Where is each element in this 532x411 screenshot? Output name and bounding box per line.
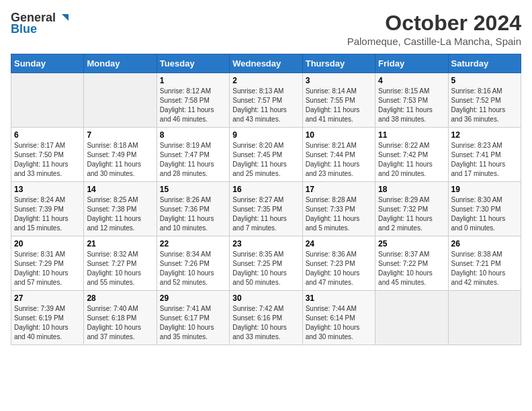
day-cell: 2Sunrise: 8:13 AM Sunset: 7:57 PM Daylig… [230, 73, 302, 128]
day-cell: 27Sunrise: 7:39 AM Sunset: 6:19 PM Dayli… [11, 291, 84, 345]
location-text: Palomeque, Castille-La Mancha, Spain [347, 36, 521, 47]
day-info: Sunrise: 8:26 AM Sunset: 7:36 PM Dayligh… [160, 195, 226, 233]
day-number: 31 [306, 293, 372, 303]
day-number: 7 [87, 130, 153, 140]
day-info: Sunrise: 8:23 AM Sunset: 7:41 PM Dayligh… [451, 141, 518, 179]
week-row-0: 1Sunrise: 8:12 AM Sunset: 7:58 PM Daylig… [11, 73, 521, 128]
day-info: Sunrise: 8:29 AM Sunset: 7:32 PM Dayligh… [378, 195, 445, 233]
day-number: 10 [306, 130, 372, 140]
day-cell: 4Sunrise: 8:15 AM Sunset: 7:53 PM Daylig… [375, 73, 448, 128]
day-cell: 11Sunrise: 8:22 AM Sunset: 7:42 PM Dayli… [375, 128, 448, 182]
day-cell: 25Sunrise: 8:37 AM Sunset: 7:22 PM Dayli… [375, 236, 448, 291]
header-cell-saturday: Saturday [448, 54, 521, 73]
day-cell: 28Sunrise: 7:40 AM Sunset: 6:18 PM Dayli… [84, 291, 157, 345]
day-info: Sunrise: 8:21 AM Sunset: 7:44 PM Dayligh… [306, 141, 372, 179]
month-title: October 2024 [347, 11, 521, 36]
day-info: Sunrise: 8:12 AM Sunset: 7:58 PM Dayligh… [160, 87, 226, 124]
day-cell [11, 73, 84, 128]
day-cell: 15Sunrise: 8:26 AM Sunset: 7:36 PM Dayli… [157, 182, 229, 236]
day-number: 19 [451, 185, 518, 194]
day-cell: 29Sunrise: 7:41 AM Sunset: 6:17 PM Dayli… [157, 291, 229, 345]
day-number: 14 [87, 185, 153, 194]
header-row: SundayMondayTuesdayWednesdayThursdayFrid… [11, 54, 521, 73]
week-row-4: 27Sunrise: 7:39 AM Sunset: 6:19 PM Dayli… [11, 291, 521, 345]
day-cell: 31Sunrise: 7:44 AM Sunset: 6:14 PM Dayli… [302, 291, 375, 345]
day-cell: 10Sunrise: 8:21 AM Sunset: 7:44 PM Dayli… [302, 128, 375, 182]
day-cell: 8Sunrise: 8:19 AM Sunset: 7:47 PM Daylig… [157, 128, 229, 182]
day-number: 3 [306, 76, 372, 85]
day-info: Sunrise: 8:19 AM Sunset: 7:47 PM Dayligh… [160, 141, 226, 179]
day-info: Sunrise: 8:18 AM Sunset: 7:49 PM Dayligh… [87, 141, 153, 179]
day-number: 30 [232, 293, 299, 303]
week-row-1: 6Sunrise: 8:17 AM Sunset: 7:50 PM Daylig… [11, 128, 521, 182]
day-info: Sunrise: 8:16 AM Sunset: 7:52 PM Dayligh… [451, 87, 518, 124]
day-number: 11 [378, 130, 445, 140]
day-number: 24 [306, 239, 372, 248]
day-number: 15 [160, 185, 226, 194]
day-info: Sunrise: 8:31 AM Sunset: 7:29 PM Dayligh… [14, 250, 81, 287]
day-number: 17 [306, 185, 372, 194]
day-info: Sunrise: 7:39 AM Sunset: 6:19 PM Dayligh… [14, 304, 81, 342]
day-cell [375, 291, 448, 345]
calendar-table: SundayMondayTuesdayWednesdayThursdayFrid… [11, 54, 521, 345]
day-number: 8 [160, 130, 226, 140]
week-row-2: 13Sunrise: 8:24 AM Sunset: 7:39 PM Dayli… [11, 182, 521, 236]
day-info: Sunrise: 7:44 AM Sunset: 6:14 PM Dayligh… [306, 304, 372, 342]
day-cell: 1Sunrise: 8:12 AM Sunset: 7:58 PM Daylig… [157, 73, 229, 128]
day-number: 27 [14, 293, 81, 303]
day-cell: 3Sunrise: 8:14 AM Sunset: 7:55 PM Daylig… [302, 73, 375, 128]
day-cell: 17Sunrise: 8:28 AM Sunset: 7:33 PM Dayli… [302, 182, 375, 236]
header-cell-wednesday: Wednesday [230, 54, 302, 73]
day-cell: 30Sunrise: 7:42 AM Sunset: 6:16 PM Dayli… [230, 291, 302, 345]
day-number: 23 [232, 239, 299, 248]
day-cell [84, 73, 157, 128]
day-info: Sunrise: 8:17 AM Sunset: 7:50 PM Dayligh… [14, 141, 81, 179]
day-info: Sunrise: 8:38 AM Sunset: 7:21 PM Dayligh… [451, 250, 518, 287]
day-info: Sunrise: 8:36 AM Sunset: 7:23 PM Dayligh… [306, 250, 372, 287]
header-cell-friday: Friday [375, 54, 448, 73]
day-number: 21 [87, 239, 153, 248]
day-cell: 14Sunrise: 8:25 AM Sunset: 7:38 PM Dayli… [84, 182, 157, 236]
day-cell: 16Sunrise: 8:27 AM Sunset: 7:35 PM Dayli… [230, 182, 302, 236]
day-cell: 18Sunrise: 8:29 AM Sunset: 7:32 PM Dayli… [375, 182, 448, 236]
logo-blue-text: Blue [11, 22, 37, 36]
day-cell: 24Sunrise: 8:36 AM Sunset: 7:23 PM Dayli… [302, 236, 375, 291]
calendar-body: 1Sunrise: 8:12 AM Sunset: 7:58 PM Daylig… [11, 73, 521, 345]
day-number: 2 [232, 76, 299, 85]
day-cell: 21Sunrise: 8:32 AM Sunset: 7:27 PM Dayli… [84, 236, 157, 291]
day-info: Sunrise: 8:27 AM Sunset: 7:35 PM Dayligh… [232, 195, 299, 233]
day-info: Sunrise: 7:42 AM Sunset: 6:16 PM Dayligh… [232, 304, 299, 342]
day-info: Sunrise: 8:32 AM Sunset: 7:27 PM Dayligh… [87, 250, 153, 287]
day-number: 22 [160, 239, 226, 248]
day-info: Sunrise: 8:14 AM Sunset: 7:55 PM Dayligh… [306, 87, 372, 124]
day-info: Sunrise: 8:34 AM Sunset: 7:26 PM Dayligh… [160, 250, 226, 287]
logo: General Blue [11, 11, 70, 36]
calendar-header: SundayMondayTuesdayWednesdayThursdayFrid… [11, 54, 521, 73]
logo-icon [56, 11, 70, 25]
day-number: 26 [451, 239, 518, 248]
day-number: 4 [378, 76, 445, 85]
day-number: 5 [451, 76, 518, 85]
title-block: October 2024 Palomeque, Castille-La Manc… [347, 11, 521, 47]
day-number: 6 [14, 130, 81, 140]
svg-marker-0 [62, 14, 69, 21]
day-info: Sunrise: 8:15 AM Sunset: 7:53 PM Dayligh… [378, 87, 445, 124]
day-number: 13 [14, 185, 81, 194]
day-info: Sunrise: 8:35 AM Sunset: 7:25 PM Dayligh… [232, 250, 299, 287]
day-info: Sunrise: 8:13 AM Sunset: 7:57 PM Dayligh… [232, 87, 299, 124]
day-number: 29 [160, 293, 226, 303]
header-cell-tuesday: Tuesday [157, 54, 229, 73]
day-cell: 22Sunrise: 8:34 AM Sunset: 7:26 PM Dayli… [157, 236, 229, 291]
day-cell [448, 291, 521, 345]
day-info: Sunrise: 8:24 AM Sunset: 7:39 PM Dayligh… [14, 195, 81, 233]
day-number: 16 [232, 185, 299, 194]
day-number: 25 [378, 239, 445, 248]
day-info: Sunrise: 8:37 AM Sunset: 7:22 PM Dayligh… [378, 250, 445, 287]
header-cell-thursday: Thursday [302, 54, 375, 73]
day-info: Sunrise: 8:20 AM Sunset: 7:45 PM Dayligh… [232, 141, 299, 179]
day-cell: 6Sunrise: 8:17 AM Sunset: 7:50 PM Daylig… [11, 128, 84, 182]
page-header: General Blue October 2024 Palomeque, Cas… [11, 11, 521, 47]
day-info: Sunrise: 8:22 AM Sunset: 7:42 PM Dayligh… [378, 141, 445, 179]
day-cell: 26Sunrise: 8:38 AM Sunset: 7:21 PM Dayli… [448, 236, 521, 291]
day-number: 9 [232, 130, 299, 140]
